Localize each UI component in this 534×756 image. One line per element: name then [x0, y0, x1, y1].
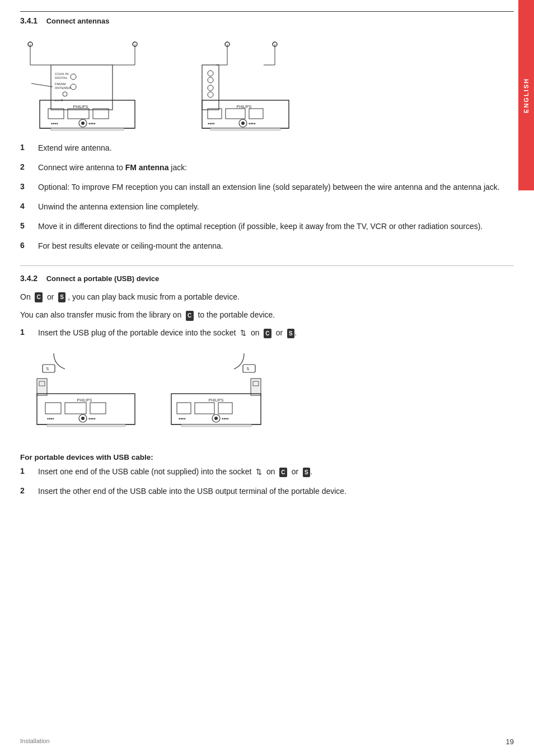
- step-341-1-text: Extend wire antenna.: [38, 142, 112, 154]
- step-341-3-num: 3: [20, 181, 38, 191]
- badge-C-2: C: [186, 311, 194, 321]
- svg-point-60: [81, 417, 85, 420]
- svg-point-35: [208, 77, 213, 83]
- page-footer: Installation 19: [20, 738, 514, 746]
- step-342-1: 1 Insert the USB plug of the portable de…: [20, 327, 514, 339]
- usb-symbol-1: ⇅: [240, 328, 246, 339]
- substep-342-1-num: 1: [20, 466, 38, 475]
- substep-342-1-text: Insert one end of the USB cable (not sup…: [38, 466, 312, 478]
- svg-rect-18: [48, 109, 64, 119]
- step-342-1-text: Insert the USB plug of the portable devi…: [38, 327, 297, 339]
- svg-text:ANTENNA: ANTENNA: [55, 86, 71, 90]
- svg-rect-70: [177, 403, 191, 414]
- section-341-title: Connect antennas: [46, 17, 110, 25]
- substep-342-2-num: 2: [20, 486, 38, 495]
- para1-or: or: [47, 292, 54, 301]
- section-341-num: 3.4.1: [20, 16, 38, 25]
- device-diagram-left-342: ⇅ PHILIPS •••• ••••: [20, 348, 138, 443]
- svg-rect-63: [47, 424, 125, 427]
- svg-rect-55: [45, 403, 61, 414]
- section-342-diagrams: ⇅ PHILIPS •••• •••• ⇅: [20, 348, 514, 443]
- svg-text:DIGITAL: DIGITAL: [55, 76, 68, 80]
- step-341-1: 1 Extend wire antenna.: [20, 142, 514, 154]
- substep342-1-or: or: [292, 467, 298, 476]
- step-341-4-text: Unwind the antenna extension line comple…: [38, 201, 199, 213]
- badge-S-2: S: [287, 329, 294, 338]
- step-341-4: 4 Unwind the antenna extension line comp…: [20, 201, 514, 213]
- step342-1-end: .: [294, 328, 297, 337]
- svg-rect-19: [68, 109, 89, 119]
- substep342-1-pre: Insert one end of the USB cable (not sup…: [38, 467, 251, 476]
- svg-text:PHILIPS: PHILIPS: [209, 398, 224, 402]
- svg-rect-48: [210, 128, 280, 130]
- section-341-header: 3.4.1 Connect antennas: [20, 11, 514, 25]
- main-content: 3.4.1 Connect antennas COAX IN DIGITAL F…: [20, 0, 514, 522]
- svg-rect-33: [202, 65, 219, 110]
- svg-rect-40: [208, 109, 222, 119]
- usb-symbol-2: ⇅: [256, 466, 262, 478]
- substep-342-1: 1 Insert one end of the USB cable (not s…: [20, 466, 514, 478]
- svg-point-23: [81, 122, 85, 125]
- section-342-title: Connect a portable (USB) device: [46, 274, 160, 283]
- badge-C-1: C: [35, 292, 43, 302]
- badge-C-4: C: [279, 468, 287, 477]
- language-label: ENGLISH: [523, 78, 530, 113]
- svg-text:••••: ••••: [47, 416, 54, 422]
- svg-rect-78: [181, 424, 251, 427]
- sub-heading-usb-cable: For portable devices with USB cable:: [20, 453, 514, 461]
- svg-text:••••: ••••: [88, 121, 96, 127]
- svg-rect-26: [51, 128, 124, 130]
- step-341-2: 2 Connect wire antenna to FM antenna jac…: [20, 162, 514, 174]
- svg-text:⇅: ⇅: [246, 367, 250, 371]
- step-341-5-text: Move it in different directions to find …: [38, 221, 483, 232]
- svg-point-12: [71, 84, 76, 90]
- footer-section-label: Installation: [20, 738, 50, 746]
- svg-text:FM/AM: FM/AM: [55, 82, 65, 86]
- svg-point-34: [208, 71, 213, 76]
- svg-rect-42: [249, 109, 263, 119]
- svg-line-15: [31, 83, 53, 87]
- para2-text: You can also transfer music from the lib…: [20, 310, 181, 319]
- page-number: 19: [506, 738, 514, 746]
- step-341-4-num: 4: [20, 201, 38, 211]
- svg-rect-66: [251, 379, 261, 395]
- step342-1-on: on: [251, 328, 260, 337]
- svg-point-45: [241, 122, 245, 125]
- para1-rest: , you can play back music from a portabl…: [68, 292, 240, 301]
- section-342-para2: You can also transfer music from the lib…: [20, 309, 514, 321]
- svg-rect-57: [90, 403, 106, 414]
- svg-rect-51: [37, 379, 47, 395]
- section-342-substeps: 1 Insert one end of the USB cable (not s…: [20, 466, 514, 497]
- svg-text:••••: ••••: [208, 121, 215, 127]
- step-341-6-text: For best results elevate or ceiling-moun…: [38, 240, 223, 252]
- step-341-6-num: 6: [20, 240, 38, 250]
- svg-text:••••: ••••: [88, 416, 96, 422]
- substep-342-2: 2 Insert the other end of the USB cable …: [20, 486, 514, 497]
- step-342-1-num: 1: [20, 327, 38, 337]
- svg-text:••••: ••••: [249, 121, 256, 127]
- substep342-1-on: on: [266, 467, 275, 476]
- badge-S-3: S: [303, 468, 310, 477]
- svg-point-37: [208, 92, 213, 97]
- svg-text:PHILIPS: PHILIPS: [73, 105, 88, 109]
- section-342-para1: On C or S , you can play back music from…: [20, 291, 514, 303]
- substep-342-2-text: Insert the other end of the USB cable in…: [38, 486, 346, 497]
- substep342-1-end: .: [310, 467, 312, 476]
- step-341-3-text: Optional: To improve FM reception you ca…: [38, 181, 500, 193]
- para2-rest: to the portable device.: [198, 310, 275, 319]
- step-341-5-num: 5: [20, 221, 38, 230]
- step342-1-or: or: [276, 328, 283, 337]
- svg-text:⇅: ⇅: [46, 367, 49, 371]
- device-diagram-left-341: COAX IN DIGITAL FM/AM ANTENNA o n O PHIL…: [20, 34, 149, 132]
- step-341-3: 3 Optional: To improve FM reception you …: [20, 181, 514, 193]
- svg-rect-72: [218, 403, 232, 414]
- para1-on: On: [20, 292, 31, 301]
- svg-point-75: [214, 417, 218, 420]
- svg-text:PHILIPS: PHILIPS: [237, 105, 252, 109]
- step-341-6: 6 For best results elevate or ceiling-mo…: [20, 240, 514, 252]
- badge-S-1: S: [58, 292, 65, 302]
- svg-rect-41: [226, 109, 245, 119]
- side-language-tab: ENGLISH: [518, 0, 534, 190]
- section-divider: [20, 265, 514, 266]
- svg-text:••••: ••••: [222, 416, 229, 422]
